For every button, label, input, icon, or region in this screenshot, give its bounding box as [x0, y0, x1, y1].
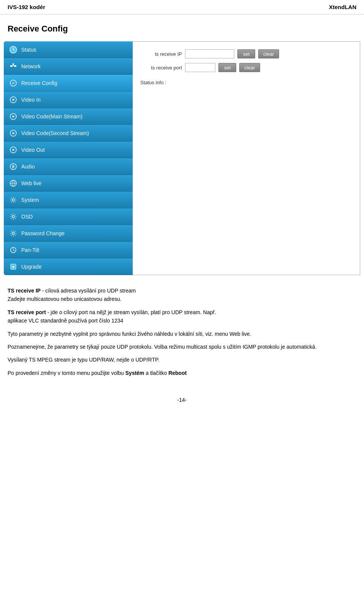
brand-title: XtendLAN — [329, 4, 357, 10]
sidebar-item-label-network: Network — [21, 63, 41, 69]
sidebar-item-label-system: System — [21, 197, 39, 203]
description-section: TS receive IP - cílová adresa vysílání p… — [0, 275, 364, 389]
desc-udp-note: Poznamenejme, že parametry se týkají pou… — [8, 343, 356, 351]
sidebar-item-label-video-in: Video In — [21, 97, 41, 103]
svg-marker-9 — [13, 99, 15, 101]
ts-receive-port-clear-button[interactable]: clear — [239, 63, 260, 72]
ts-receive-ip-set-button[interactable]: set — [237, 49, 255, 58]
svg-marker-13 — [13, 132, 15, 134]
ts-receive-ip-clear-button[interactable]: clear — [258, 49, 279, 58]
svg-point-19 — [12, 216, 14, 218]
sidebar-item-pan-tilt[interactable]: Pan-Tilt — [4, 242, 133, 258]
svg-point-18 — [12, 199, 14, 201]
sidebar-item-label-osd: OSD — [21, 214, 33, 220]
sidebar-item-label-audio: Audio — [21, 164, 35, 170]
page-title-section: Receive Config — [0, 18, 364, 41]
video-in-icon — [9, 96, 17, 104]
sidebar-item-status[interactable]: Status — [4, 41, 133, 58]
ts-receive-port-label: ts receive port — [140, 65, 182, 71]
system-icon — [9, 196, 17, 204]
app-title: IVS-192 kodér — [8, 4, 45, 10]
pan-tilt-icon — [9, 246, 17, 254]
ts-receive-ip-row: ts receive IP set clear — [140, 49, 352, 58]
desc-ts-receive-ip: TS receive IP - cílová adresa vysílání p… — [8, 286, 356, 304]
sidebar-item-video-out[interactable]: Video Out — [4, 142, 133, 158]
page-footer: -14- — [0, 389, 364, 411]
video-out-icon — [9, 146, 17, 154]
osd-icon — [9, 212, 17, 221]
sidebar-item-system[interactable]: System — [4, 192, 133, 208]
status-info-label: Status info : — [140, 80, 352, 85]
page-title: Receive Config — [8, 24, 356, 34]
sidebar-item-network[interactable]: Network — [4, 58, 133, 75]
desc-stream-type: Vysílaný TS MPEG stream je typu UDP/RAW,… — [8, 356, 356, 364]
sidebar-item-label-pan-tilt: Pan-Tilt — [21, 247, 39, 253]
sidebar-item-label-password-change: Password Change — [21, 230, 64, 236]
sidebar-item-label-video-out: Video Out — [21, 147, 45, 153]
page-header: IVS-192 kodér XtendLAN — [0, 0, 364, 14]
upgrade-icon — [9, 263, 17, 271]
svg-rect-2 — [13, 63, 14, 65]
sidebar-item-video-code-second[interactable]: Video Code(Second Stream) — [4, 125, 133, 142]
sidebar-item-web-live[interactable]: Web live — [4, 175, 133, 192]
receive-config-icon — [9, 79, 17, 87]
password-change-icon — [9, 229, 17, 238]
sidebar-item-password-change[interactable]: Password Change — [4, 225, 133, 242]
page-number: -14- — [177, 397, 187, 403]
ts-receive-port-set-button[interactable]: set — [218, 63, 236, 72]
svg-marker-11 — [13, 115, 15, 118]
sidebar-item-label-video-code-second: Video Code(Second Stream) — [21, 130, 89, 136]
config-panel: ts receive IP set clear ts receive port … — [133, 41, 360, 275]
svg-point-20 — [12, 232, 14, 234]
sidebar-item-label-video-code-main: Video Code(Main Stream) — [21, 113, 83, 120]
sidebar-item-label-status: Status — [21, 47, 36, 53]
video-code-main-icon — [9, 112, 17, 121]
sidebar-item-label-upgrade: Upgrade — [21, 264, 42, 270]
sidebar-item-video-in[interactable]: Video In — [4, 91, 133, 108]
desc-reboot-note: Po provedení změny v tomto menu použijte… — [8, 369, 356, 377]
main-content: Status Network — [0, 41, 364, 275]
sidebar-item-osd[interactable]: OSD — [4, 208, 133, 225]
web-live-icon — [9, 179, 17, 187]
sidebar: Status Network — [4, 41, 133, 275]
sidebar-item-receive-config[interactable]: Receive Config — [4, 75, 133, 91]
sidebar-item-upgrade[interactable]: Upgrade — [4, 258, 133, 275]
sidebar-item-label-receive-config: Receive Config — [21, 80, 57, 86]
ts-receive-port-row: ts receive port set clear — [140, 63, 352, 72]
ts-receive-ip-label: ts receive IP — [140, 51, 182, 57]
sidebar-item-video-code-main[interactable]: Video Code(Main Stream) — [4, 108, 133, 125]
ts-receive-ip-input[interactable] — [185, 49, 234, 58]
desc-parameters: Tyto parametry je nezbytné vyplnit pro s… — [8, 330, 356, 338]
sidebar-item-audio[interactable]: Audio — [4, 158, 133, 175]
svg-marker-15 — [13, 149, 15, 151]
video-code-second-icon — [9, 129, 17, 137]
desc-ts-receive-port: TS receive port - jde o cílový port na n… — [8, 308, 356, 325]
ts-receive-port-input[interactable] — [185, 63, 215, 72]
network-icon — [9, 62, 17, 71]
status-icon — [9, 46, 17, 54]
sidebar-item-label-web-live: Web live — [21, 180, 41, 186]
audio-icon — [9, 162, 17, 171]
